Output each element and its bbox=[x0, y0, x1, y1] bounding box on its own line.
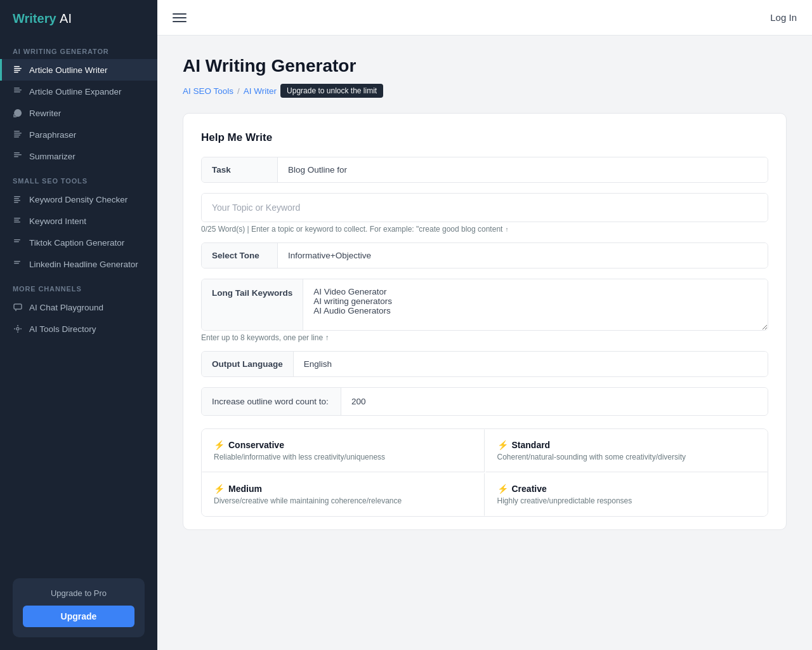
sidebar-item-label: AI Tools Directory bbox=[29, 324, 96, 334]
conservative-title: ⚡ Conservative bbox=[214, 440, 473, 450]
login-button[interactable]: Log In bbox=[770, 12, 797, 23]
svg-rect-13 bbox=[14, 156, 18, 157]
breadcrumb-ai-seo-tools[interactable]: AI SEO Tools bbox=[183, 86, 233, 96]
sidebar-item-label: Paraphraser bbox=[29, 130, 76, 140]
tone-label: Select Tone bbox=[202, 243, 278, 268]
breadcrumb-separator: / bbox=[237, 86, 240, 96]
svg-rect-20 bbox=[14, 222, 20, 223]
bolt-standard-icon: ⚡ bbox=[497, 440, 508, 450]
creative-title: ⚡ Creative bbox=[497, 484, 756, 494]
sidebar-item-ai-chat-playground[interactable]: AI Chat Playground bbox=[0, 296, 157, 318]
breadcrumb: AI SEO Tools / AI Writer Upgrade to unlo… bbox=[183, 84, 787, 98]
page-title: AI Writing Generator bbox=[183, 56, 787, 76]
language-input[interactable] bbox=[294, 352, 768, 376]
creativity-creative[interactable]: ⚡ Creative Highly creative/unpredictable… bbox=[485, 473, 768, 516]
svg-rect-10 bbox=[14, 136, 19, 138]
svg-rect-5 bbox=[14, 90, 22, 91]
svg-rect-21 bbox=[14, 239, 20, 241]
creativity-conservative[interactable]: ⚡ Conservative Reliable/informative with… bbox=[202, 429, 485, 472]
breadcrumb-ai-writer: AI Writer bbox=[244, 86, 277, 96]
sidebar-item-keyword-intent[interactable]: Keyword Intent bbox=[0, 210, 157, 232]
task-label: Task bbox=[202, 157, 278, 182]
word-count-row: Increase outline word count to: bbox=[201, 387, 768, 416]
sidebar-bottom: Upgrade to Pro Upgrade bbox=[0, 566, 157, 650]
creativity-standard[interactable]: ⚡ Standard Coherent/natural-sounding wit… bbox=[485, 429, 768, 472]
svg-rect-15 bbox=[14, 198, 19, 199]
tiktok-icon bbox=[13, 237, 23, 248]
task-row: Task bbox=[201, 157, 768, 183]
standard-desc: Coherent/natural-sounding with some crea… bbox=[497, 453, 756, 461]
creative-desc: Highly creative/unpredictable responses bbox=[497, 496, 756, 505]
svg-rect-16 bbox=[14, 200, 20, 201]
sidebar-item-label: Summarizer bbox=[29, 152, 75, 161]
keyword-icon bbox=[13, 194, 23, 204]
sidebar-section-seo-tools: Small SEO Tools bbox=[0, 167, 157, 189]
keywords-row: Long Tail Keywords AI Video Generator AI… bbox=[201, 279, 768, 331]
sidebar-item-label: Keyword Intent bbox=[29, 216, 86, 226]
standard-title: ⚡ Standard bbox=[497, 440, 756, 450]
svg-rect-12 bbox=[14, 154, 22, 156]
sidebar-item-label: Tiktok Caption Generator bbox=[29, 238, 124, 248]
svg-rect-14 bbox=[14, 196, 20, 197]
medium-title: ⚡ Medium bbox=[214, 484, 473, 494]
sidebar-item-tiktok-caption-generator[interactable]: Tiktok Caption Generator bbox=[0, 232, 157, 253]
svg-rect-0 bbox=[14, 66, 20, 67]
hamburger-menu-button[interactable] bbox=[173, 13, 187, 22]
sidebar-item-label: Article Outline Expander bbox=[29, 87, 122, 96]
language-row: Output Language bbox=[201, 351, 768, 377]
sidebar-item-ai-tools-directory[interactable]: AI Tools Directory bbox=[0, 318, 157, 340]
intent-icon bbox=[13, 216, 23, 226]
chat-icon bbox=[13, 302, 23, 312]
tone-input[interactable] bbox=[278, 243, 768, 268]
keywords-textarea[interactable]: AI Video Generator AI writing generators… bbox=[303, 279, 768, 330]
edit-icon bbox=[13, 65, 23, 75]
tools-icon bbox=[13, 324, 23, 334]
task-input[interactable] bbox=[278, 157, 768, 182]
sidebar-item-paraphraser[interactable]: Paraphraser bbox=[0, 124, 157, 145]
page-content: AI Writing Generator AI SEO Tools / AI W… bbox=[157, 36, 812, 650]
word-count-label: Increase outline word count to: bbox=[202, 388, 341, 415]
rewriter-icon bbox=[13, 108, 23, 118]
svg-rect-19 bbox=[14, 220, 19, 221]
svg-rect-2 bbox=[14, 70, 20, 71]
sidebar-item-article-outline-expander[interactable]: Article Outline Expander bbox=[0, 81, 157, 102]
svg-rect-11 bbox=[14, 152, 20, 154]
word-count-text: 0/25 Word(s) | Enter a topic or keyword … bbox=[201, 225, 502, 234]
creativity-medium[interactable]: ⚡ Medium Diverse/creative while maintain… bbox=[202, 473, 485, 516]
language-label: Output Language bbox=[202, 352, 294, 376]
svg-rect-23 bbox=[14, 261, 20, 262]
main-content: Log In AI Writing Generator AI SEO Tools… bbox=[157, 0, 812, 650]
sidebar-item-keyword-density-checker[interactable]: Keyword Density Checker bbox=[0, 189, 157, 210]
summarizer-icon bbox=[13, 151, 23, 161]
form-card: Help Me Write Task 0/25 Word(s) | Enter … bbox=[183, 113, 787, 530]
upgrade-pro-button[interactable]: Upgrade bbox=[23, 606, 134, 627]
tone-row: Select Tone bbox=[201, 242, 768, 269]
sidebar-item-article-outline-writer[interactable]: Article Outline Writer bbox=[0, 59, 157, 81]
sidebar-item-summarizer[interactable]: Summarizer bbox=[0, 145, 157, 167]
app-logo: Writery AI bbox=[0, 0, 157, 37]
up-arrow-keywords: ↑ bbox=[325, 333, 329, 342]
upgrade-card-title: Upgrade to Pro bbox=[23, 588, 134, 598]
expand-icon bbox=[13, 86, 23, 96]
topic-input[interactable] bbox=[202, 194, 768, 222]
app-name: Writery bbox=[13, 11, 56, 25]
bolt-medium-icon: ⚡ bbox=[214, 484, 225, 494]
sidebar-item-label: Keyword Density Checker bbox=[29, 195, 128, 204]
svg-rect-6 bbox=[14, 91, 20, 93]
upgrade-card: Upgrade to Pro Upgrade bbox=[13, 578, 145, 637]
sidebar-item-rewriter[interactable]: Rewriter bbox=[0, 102, 157, 124]
svg-rect-3 bbox=[14, 72, 18, 73]
form-title: Help Me Write bbox=[201, 131, 768, 144]
topic-input-wrapper bbox=[201, 193, 768, 222]
svg-rect-8 bbox=[14, 133, 22, 134]
sidebar-item-label: Article Outline Writer bbox=[29, 65, 108, 75]
sidebar-section-channels: More Channels bbox=[0, 275, 157, 296]
keywords-label: Long Tail Keywords bbox=[202, 279, 303, 330]
word-count-input[interactable] bbox=[341, 388, 768, 415]
medium-desc: Diverse/creative while maintaining coher… bbox=[214, 496, 473, 505]
bolt-conservative-icon: ⚡ bbox=[214, 440, 225, 450]
svg-rect-18 bbox=[14, 218, 20, 219]
sidebar: Writery AI AI Writing Generator Article … bbox=[0, 0, 157, 650]
topbar: Log In bbox=[157, 0, 812, 36]
sidebar-item-linkedin-headline[interactable]: Linkedin Headline Generator bbox=[0, 253, 157, 275]
